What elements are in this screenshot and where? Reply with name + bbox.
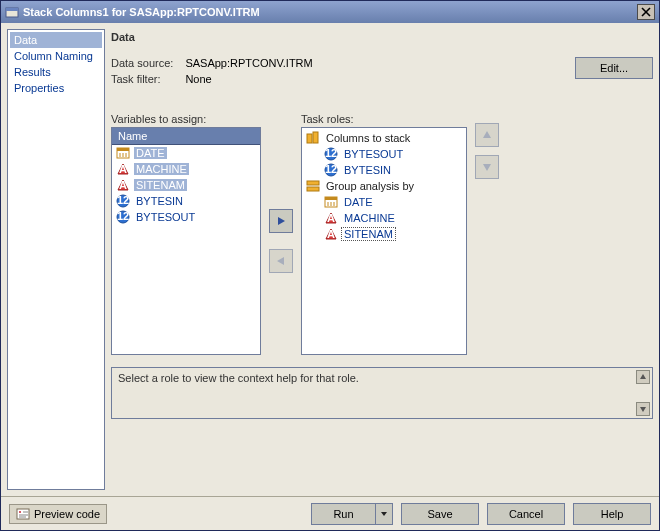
edit-button[interactable]: Edit... <box>575 57 653 79</box>
reorder-buttons <box>475 123 499 179</box>
page-title: Data <box>111 31 653 43</box>
scroll-down-button[interactable] <box>636 402 650 416</box>
nav-sidebar: DataColumn NamingResultsProperties <box>7 29 105 490</box>
save-button[interactable]: Save <box>401 503 479 525</box>
arrow-up-icon <box>481 129 493 141</box>
nav-item-data[interactable]: Data <box>10 32 102 48</box>
num-icon: 12 <box>116 194 130 208</box>
group-icon <box>306 179 320 193</box>
svg-marker-17 <box>278 217 285 225</box>
variables-header[interactable]: Name <box>112 128 260 145</box>
num-icon: 12 <box>324 163 338 177</box>
role-item[interactable]: 12BYTESOUT <box>302 146 466 162</box>
app-icon <box>5 5 19 19</box>
preview-icon <box>16 507 30 521</box>
svg-marker-18 <box>277 257 284 265</box>
preview-code-label: Preview code <box>34 508 100 520</box>
dialog-footer: Preview code Run Save Cancel Help <box>1 496 659 530</box>
svg-text:A: A <box>327 228 335 240</box>
close-button[interactable] <box>637 4 655 20</box>
variable-row[interactable]: AMACHINE <box>112 161 260 177</box>
task-filter-value: None <box>185 73 312 85</box>
roles-tree[interactable]: Columns to stack12BYTESOUT12BYTESINGroup… <box>301 127 467 355</box>
role-label: Group analysis by <box>324 180 416 192</box>
scroll-up-button[interactable] <box>636 370 650 384</box>
role-item[interactable]: ASITENAM <box>302 226 466 242</box>
help-button[interactable]: Help <box>573 503 651 525</box>
dialog-window: Stack Columns1 for SASApp:RPTCONV.ITRM D… <box>0 0 660 531</box>
svg-marker-39 <box>640 407 646 412</box>
role-item-name: DATE <box>342 196 375 208</box>
assign-left-button[interactable] <box>269 249 293 273</box>
nav-item-column-naming[interactable]: Column Naming <box>10 48 102 64</box>
date-icon <box>116 146 130 160</box>
nav-item-results[interactable]: Results <box>10 64 102 80</box>
svg-rect-25 <box>307 181 319 185</box>
svg-point-41 <box>19 511 21 513</box>
arrow-down-icon <box>481 161 493 173</box>
svg-marker-45 <box>381 512 387 516</box>
role-item-name: BYTESIN <box>342 164 393 176</box>
variable-name: BYTESOUT <box>134 211 197 223</box>
variable-row[interactable]: 12BYTESOUT <box>112 209 260 225</box>
char-icon: A <box>324 211 338 225</box>
svg-marker-36 <box>483 131 491 138</box>
char-icon: A <box>324 227 338 241</box>
nav-item-properties[interactable]: Properties <box>10 80 102 96</box>
data-source-label: Data source: <box>111 57 173 69</box>
svg-text:12: 12 <box>325 163 337 175</box>
window-title: Stack Columns1 for SASApp:RPTCONV.ITRM <box>23 6 260 18</box>
variable-row[interactable]: 12BYTESIN <box>112 193 260 209</box>
task-filter-label: Task filter: <box>111 73 173 85</box>
context-help-text: Select a role to view the context help f… <box>118 372 359 384</box>
role-header[interactable]: Columns to stack <box>302 130 466 146</box>
svg-rect-1 <box>6 8 18 11</box>
move-down-button[interactable] <box>475 155 499 179</box>
role-item[interactable]: DATE <box>302 194 466 210</box>
dialog-body: DataColumn NamingResultsProperties Data … <box>1 23 659 496</box>
variable-name: MACHINE <box>134 163 189 175</box>
cancel-button[interactable]: Cancel <box>487 503 565 525</box>
variable-name: BYTESIN <box>134 195 185 207</box>
svg-text:12: 12 <box>325 147 337 159</box>
role-item-name: SITENAM <box>342 228 395 240</box>
variables-listbox[interactable]: Name DATEAMACHINEASITENAM12BYTESIN12BYTE… <box>111 127 261 355</box>
char-icon: A <box>116 162 130 176</box>
data-source-value: SASApp:RPTCONV.ITRM <box>185 57 312 69</box>
run-dropdown-button[interactable] <box>375 503 393 525</box>
arrow-left-icon <box>275 255 287 267</box>
variable-row[interactable]: ASITENAM <box>112 177 260 193</box>
role-item[interactable]: AMACHINE <box>302 210 466 226</box>
variables-label: Variables to assign: <box>111 113 261 125</box>
role-item[interactable]: 12BYTESIN <box>302 162 466 178</box>
help-scrollbar[interactable] <box>636 370 650 416</box>
chevron-down-icon <box>380 510 388 518</box>
variable-row[interactable]: DATE <box>112 145 260 161</box>
preview-code-button[interactable]: Preview code <box>9 504 107 524</box>
variable-name: SITENAM <box>134 179 187 191</box>
num-icon: 12 <box>324 147 338 161</box>
titlebar: Stack Columns1 for SASApp:RPTCONV.ITRM <box>1 1 659 23</box>
move-up-button[interactable] <box>475 123 499 147</box>
svg-rect-20 <box>313 132 318 143</box>
svg-rect-5 <box>117 148 129 151</box>
num-icon: 12 <box>116 210 130 224</box>
datasource-row: Data source: Task filter: SASApp:RPTCONV… <box>111 57 653 85</box>
svg-marker-38 <box>640 374 646 379</box>
date-icon <box>324 195 338 209</box>
role-header[interactable]: Group analysis by <box>302 178 466 194</box>
assign-area: Variables to assign: Name DATEAMACHINEAS… <box>111 113 653 355</box>
main-panel: Data Data source: Task filter: SASApp:RP… <box>111 29 653 490</box>
svg-rect-28 <box>325 197 337 200</box>
context-help-box: Select a role to view the context help f… <box>111 367 653 419</box>
assign-buttons <box>269 209 293 273</box>
svg-text:A: A <box>327 212 335 224</box>
svg-rect-26 <box>307 187 319 191</box>
assign-right-button[interactable] <box>269 209 293 233</box>
roles-label: Task roles: <box>301 113 467 125</box>
arrow-right-icon <box>275 215 287 227</box>
svg-marker-37 <box>483 164 491 171</box>
run-button[interactable]: Run <box>311 503 375 525</box>
svg-text:A: A <box>119 179 127 191</box>
role-item-name: MACHINE <box>342 212 397 224</box>
